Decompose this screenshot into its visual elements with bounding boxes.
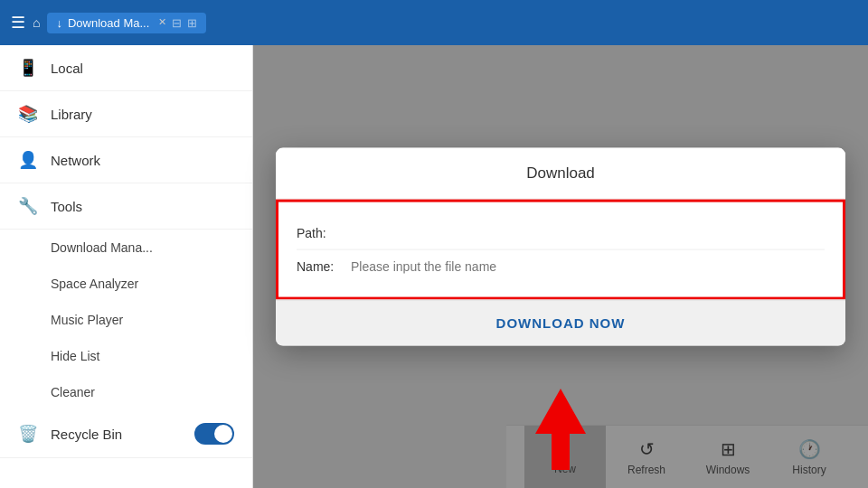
content-area: 📱 Local 📚 Library 👤 Network 🔧 Tools Down… [0,45,868,488]
sidebar-network-label: Network [51,153,100,168]
recycle-bin-toggle[interactable] [194,423,234,445]
tab-ctrl1[interactable]: ⊟ [172,16,182,30]
sidebar-tools-label: Tools [51,199,82,214]
sidebar-item-tools[interactable]: 🔧 Tools [0,183,252,230]
path-label: Path: [297,226,351,240]
dialog-title: Download [276,148,845,200]
tab-ctrl2[interactable]: ⊞ [187,16,197,30]
sidebar-item-download-manager[interactable]: Download Mana... [0,230,252,266]
arrow-up-icon [535,389,586,434]
cleaner-label: Cleaner [51,385,95,399]
app-container: ☰ ⌂ ↓ Download Ma... ✕ ⊟ ⊞ 📱 Local 📚 Lib… [0,0,868,488]
space-analyzer-label: Space Analyzer [51,277,138,291]
name-label: Name: [297,259,351,274]
home-icon[interactable]: ⌂ [33,15,40,30]
name-input[interactable] [351,259,825,274]
menu-icon[interactable]: ☰ [11,13,25,33]
sidebar-item-recycle-bin[interactable]: 🗑️ Recycle Bin [0,410,252,458]
download-manager-label: Download Mana... [51,240,153,255]
tools-icon: 🔧 [18,196,38,216]
name-field: Name: [297,250,825,283]
download-dialog: Download Path: Name: DOWNLOAD NOW [276,148,845,346]
sidebar-item-cleaner[interactable]: Cleaner [0,374,252,410]
local-icon: 📱 [18,58,38,78]
sidebar-item-local[interactable]: 📱 Local [0,45,252,91]
recycle-bin-label: Recycle Bin [51,427,122,442]
sidebar-local-label: Local [51,61,83,76]
library-icon: 📚 [18,104,38,124]
tab-close-icon[interactable]: ✕ [158,16,166,30]
sidebar-item-music-player[interactable]: Music Player [0,302,252,338]
recycle-bin-icon: 🗑️ [18,424,38,444]
arrow-annotation [535,389,586,434]
music-player-label: Music Player [51,313,123,327]
path-input[interactable] [351,226,825,240]
sidebar: 📱 Local 📚 Library 👤 Network 🔧 Tools Down… [0,45,253,488]
network-icon: 👤 [18,150,38,170]
sidebar-library-label: Library [51,107,92,122]
dialog-body: Path: Name: [276,200,845,300]
top-bar: ☰ ⌂ ↓ Download Ma... ✕ ⊟ ⊞ [0,0,868,45]
hide-list-label: Hide List [51,349,99,363]
main-content: Download Path: Name: DOWNLOAD NOW [253,45,868,488]
sidebar-item-space-analyzer[interactable]: Space Analyzer [0,266,252,302]
dialog-footer: DOWNLOAD NOW [276,300,845,346]
tab-controls: ✕ ⊟ ⊞ [158,16,197,30]
download-now-button[interactable]: DOWNLOAD NOW [496,315,626,331]
download-tab[interactable]: ↓ Download Ma... ✕ ⊟ ⊞ [47,13,206,33]
sidebar-item-network[interactable]: 👤 Network [0,137,252,183]
download-arrow-icon: ↓ [56,16,62,30]
sidebar-item-hide-list[interactable]: Hide List [0,338,252,374]
path-field: Path: [297,217,825,250]
tab-label: Download Ma... [68,16,149,30]
sidebar-item-library[interactable]: 📚 Library [0,91,252,137]
